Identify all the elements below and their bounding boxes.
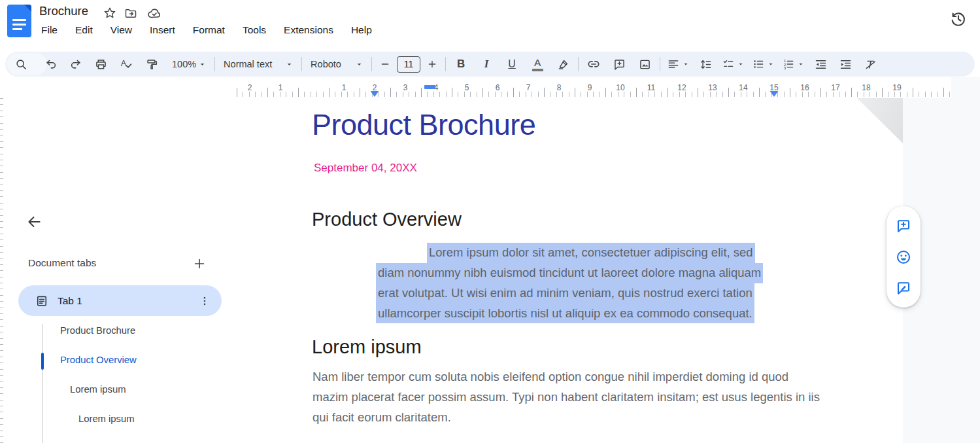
suggest-edit-icon: [895, 279, 912, 296]
ruler-number: 1: [342, 83, 346, 92]
toolbar-divider: [301, 57, 302, 71]
doc-heading-lorem-ipsum[interactable]: Lorem ipsum: [312, 336, 422, 358]
selected-line[interactable]: Lorem ipsum dolor sit amet, consectetuer…: [427, 243, 755, 263]
menu-extensions[interactable]: Extensions: [279, 23, 338, 37]
doc-title-text[interactable]: Product Brochure: [312, 108, 535, 142]
bold-button[interactable]: B: [450, 54, 471, 75]
font-family-select[interactable]: Roboto: [307, 54, 367, 74]
document-name[interactable]: Brochure: [39, 4, 88, 18]
align-button[interactable]: [665, 54, 691, 75]
checklist-button[interactable]: [720, 54, 746, 75]
svg-text:3: 3: [784, 65, 786, 70]
docs-logo-icon[interactable]: [7, 5, 31, 37]
rail-suggest-edits-button[interactable]: [892, 276, 915, 300]
redo-icon: [69, 58, 82, 71]
selected-line[interactable]: diam nonummy nibh euismod tincidunt ut l…: [376, 263, 763, 283]
increase-indent-button[interactable]: [835, 54, 856, 75]
menu-file[interactable]: File: [37, 23, 62, 37]
ruler-number: 12: [677, 83, 686, 92]
indent-icon: [839, 58, 853, 71]
line-spacing-button[interactable]: [695, 54, 716, 75]
ruler-number: 6: [496, 83, 500, 92]
body-line: Nam liber tempor cum soluta nobis eleife…: [313, 366, 820, 387]
highlight-color-button[interactable]: [552, 54, 573, 75]
menu-bar: File Edit View Insert Format Tools Exten…: [37, 23, 377, 37]
line-spacing-icon: [699, 58, 713, 71]
doc-heading-product-overview[interactable]: Product Overview: [312, 209, 462, 230]
font-size-input[interactable]: 11: [397, 56, 420, 73]
underline-icon: U: [508, 58, 516, 70]
ruler-number: 5: [465, 83, 469, 92]
rail-emoji-button[interactable]: [892, 245, 915, 269]
body-paragraph[interactable]: Nam liber tempor cum soluta nobis eleife…: [313, 366, 820, 427]
first-line-indent-marker[interactable]: [424, 85, 435, 89]
rail-add-comment-button[interactable]: [892, 214, 915, 238]
menu-help[interactable]: Help: [346, 23, 377, 37]
paragraph-style-select[interactable]: Normal text: [220, 54, 297, 74]
selected-paragraph[interactable]: Lorem ipsum dolor sit amet, consectetuer…: [376, 243, 763, 323]
ruler-number: 11: [647, 83, 655, 92]
toolbar: A 100% Normal text Roboto: [5, 52, 975, 77]
insert-comment-button[interactable]: [609, 54, 630, 75]
outline-item-product-brochure[interactable]: Product Brochure: [58, 325, 138, 336]
document-tabs-panel: Document tabs Tab 1 Product Brochure Pro…: [3, 98, 237, 443]
add-comment-icon: [895, 217, 912, 234]
bold-icon: B: [457, 58, 465, 71]
ruler-offpage-area: [951, 77, 980, 98]
clear-formatting-button[interactable]: [860, 54, 881, 75]
doc-date-text[interactable]: September 04, 20XX: [314, 162, 417, 175]
bulleted-list-icon: [752, 58, 765, 71]
chevron-down-icon: [683, 61, 689, 67]
increase-font-size-button[interactable]: [424, 54, 441, 75]
print-button[interactable]: [90, 54, 111, 75]
menu-insert[interactable]: Insert: [145, 23, 180, 37]
clear-formatting-icon: [864, 58, 877, 71]
move-button[interactable]: [124, 6, 138, 20]
collapse-tabs-button[interactable]: [23, 211, 45, 233]
cloud-status-button[interactable]: [146, 6, 162, 22]
menu-format[interactable]: Format: [188, 23, 229, 37]
tab-document-icon: [35, 294, 48, 308]
toolbar-divider: [445, 57, 446, 71]
insert-link-button[interactable]: [583, 54, 604, 75]
version-history-button[interactable]: [947, 8, 970, 30]
zoom-select[interactable]: 100%: [168, 54, 210, 74]
ruler-number: 15: [769, 83, 778, 92]
undo-button[interactable]: [41, 54, 61, 75]
body-line: mazim placerat facer possim assum. Typi …: [313, 387, 820, 407]
spelling-check-button[interactable]: A: [116, 54, 137, 75]
ruler-number: 19: [892, 83, 901, 92]
tab-item-tab1[interactable]: Tab 1: [18, 285, 222, 316]
selected-line[interactable]: ullamcorper suscipit lobortis nisl ut al…: [376, 303, 754, 323]
redo-button[interactable]: [65, 54, 86, 75]
insert-image-button[interactable]: [634, 54, 655, 75]
decrease-indent-button[interactable]: [810, 54, 831, 75]
outline-item-product-overview[interactable]: Product Overview: [58, 354, 139, 366]
selected-line[interactable]: erat volutpat. Ut wisi enim ad minim ven…: [376, 283, 754, 304]
chevron-down-icon: [199, 61, 206, 68]
menu-view[interactable]: View: [106, 23, 137, 37]
decrease-font-size-button[interactable]: [377, 54, 394, 75]
ruler-number: 7: [526, 83, 531, 92]
tab-options-button[interactable]: [195, 292, 214, 310]
paint-format-button[interactable]: [141, 54, 162, 75]
ruler-number: 10: [616, 83, 624, 92]
outline-item-lorem-ipsum-1[interactable]: Lorem ipsum: [67, 383, 129, 395]
search-menus-button[interactable]: [10, 54, 31, 75]
underline-button[interactable]: U: [501, 54, 522, 75]
ruler-number: 17: [831, 83, 839, 92]
add-tab-button[interactable]: [190, 254, 209, 274]
star-icon: [103, 6, 117, 20]
bulleted-list-button[interactable]: [750, 54, 776, 75]
horizontal-ruler[interactable]: 2 1 1 2 3 4 5 6 7 8 9 10 11 12 13 14 15 …: [0, 77, 980, 98]
menu-edit[interactable]: Edit: [71, 23, 97, 37]
spellcheck-icon: A: [119, 57, 133, 71]
outline-item-lorem-ipsum-2[interactable]: Lorem ipsum: [76, 413, 137, 425]
star-button[interactable]: [103, 6, 117, 20]
italic-button[interactable]: I: [476, 54, 497, 75]
text-color-button[interactable]: A: [527, 54, 548, 75]
chevron-down-icon: [768, 61, 774, 67]
numbered-list-button[interactable]: 1 2 3: [780, 54, 806, 75]
menu-tools[interactable]: Tools: [238, 23, 271, 37]
ruler-number: 2: [248, 83, 252, 92]
